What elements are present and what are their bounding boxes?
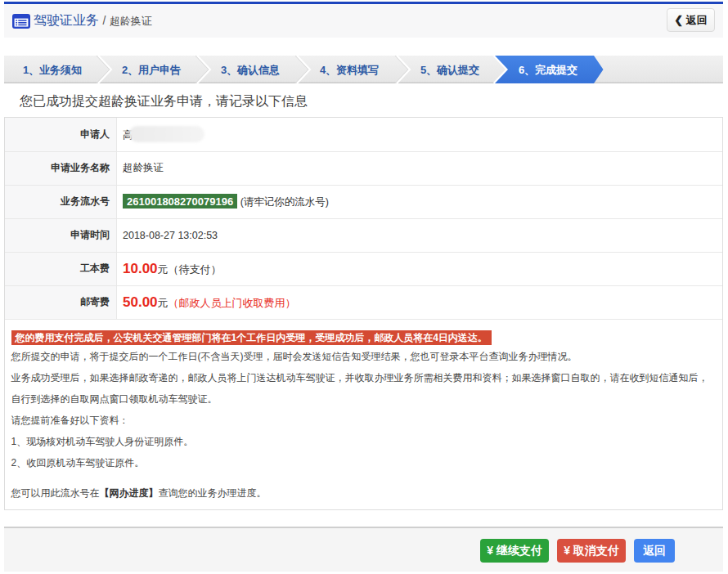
svg-text:3、确认信息: 3、确认信息 <box>221 64 280 76</box>
svg-text:1、业务须知: 1、业务须知 <box>23 64 82 76</box>
svg-text:4、资料填写: 4、资料填写 <box>320 64 379 76</box>
svg-text:6、完成提交: 6、完成提交 <box>519 64 577 76</box>
svg-text:2、用户申告: 2、用户申告 <box>122 64 181 76</box>
svg-text:5、确认提交: 5、确认提交 <box>420 64 479 76</box>
